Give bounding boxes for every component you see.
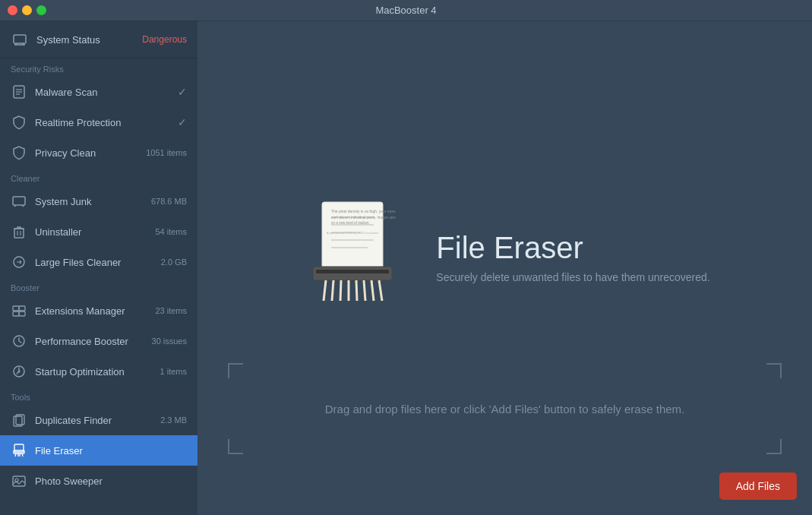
svg-line-46	[364, 280, 365, 301]
duplicates-finder-label: Duplicates Finder	[35, 415, 160, 426]
section-header-security-risks: Security Risks	[0, 58, 197, 77]
uninstaller-badge: 54 items	[155, 227, 187, 236]
photo-sweeper-label: Photo Sweeper	[35, 476, 187, 487]
section-header-tools: Tools	[0, 387, 197, 405]
feature-subtitle: Securely delete unwanted files to have t…	[436, 271, 709, 283]
extensions-manager-badge: 23 items	[155, 306, 187, 315]
file-eraser-illustration: The pixel density is so high, your eyes …	[299, 194, 406, 305]
svg-rect-11	[14, 229, 24, 238]
svg-text:can't discern individual pixel: can't discern individual pixels. Images …	[331, 216, 396, 220]
uninstaller-icon	[11, 223, 27, 240]
feature-title: File Eraser	[436, 231, 709, 265]
section-header-cleaner: Cleaner	[0, 168, 197, 186]
svg-line-48	[379, 280, 382, 301]
malware-scan-label: Malware Scan	[35, 87, 178, 98]
large-files-cleaner-badge: 2.0 GB	[161, 258, 187, 267]
svg-rect-8	[13, 197, 25, 205]
system-junk-icon	[11, 193, 27, 210]
svg-text:on a new level of realism.: on a new level of realism.	[331, 221, 370, 225]
startup-optimization-label: Startup Optimization	[35, 366, 160, 378]
file-eraser-label: File Eraser	[35, 445, 187, 457]
performance-booster-label: Performance Booster	[35, 336, 152, 347]
sidebar-item-photo-sweeper[interactable]: Photo Sweeper	[0, 466, 197, 496]
minimize-button[interactable]	[22, 5, 32, 15]
duplicates-finder-icon	[11, 412, 27, 428]
svg-rect-16	[13, 306, 19, 311]
close-button[interactable]	[8, 5, 17, 15]
svg-line-42	[332, 280, 333, 301]
svg-rect-40	[316, 270, 389, 273]
maximize-button[interactable]	[36, 5, 46, 15]
sidebar-item-privacy-clean[interactable]: Privacy Clean1051 items	[0, 137, 197, 168]
sidebar-item-extensions-manager[interactable]: Extensions Manager23 items	[0, 295, 197, 326]
svg-point-22	[18, 371, 21, 373]
feature-info: File Eraser Securely delete unwanted fil…	[436, 231, 709, 283]
duplicates-finder-badge: 2.3 MB	[160, 415, 187, 425]
malware-scan-checkmark: ✓	[178, 86, 187, 98]
svg-line-47	[371, 280, 374, 301]
svg-text:The pixel density is so high, : The pixel density is so high, your eyes	[331, 209, 396, 213]
title-bar: MacBooster 4	[0, 0, 812, 21]
svg-text:A spectacular 2560-by-1600 res: A spectacular 2560-by-1600 resolution	[327, 231, 378, 235]
window-controls	[8, 5, 46, 15]
privacy-clean-icon	[11, 144, 27, 161]
drop-zone-corners	[228, 363, 782, 454]
svg-rect-17	[19, 306, 25, 311]
sidebar-item-system-junk[interactable]: System Junk678.6 MB	[0, 186, 197, 216]
svg-line-41	[324, 280, 326, 301]
startup-optimization-badge: 1 items	[160, 367, 187, 376]
sidebar-item-large-files-cleaner[interactable]: Large Files Cleaner2.0 GB	[0, 247, 197, 277]
file-eraser-icon	[11, 442, 27, 459]
corner-tr	[766, 363, 782, 378]
sidebar-item-malware-scan[interactable]: Malware Scan✓	[0, 77, 197, 107]
drop-zone[interactable]: Drag and drop files here or click 'Add F…	[228, 363, 782, 454]
sidebar-item-performance-booster[interactable]: Performance Booster30 issues	[0, 326, 197, 356]
main-layout: System Status Dangerous Security RisksMa…	[0, 21, 812, 515]
system-junk-label: System Junk	[35, 196, 151, 207]
corner-tl	[228, 363, 243, 378]
svg-line-45	[356, 280, 357, 301]
privacy-clean-badge: 1051 items	[146, 148, 187, 157]
sidebar-item-uninstaller[interactable]: Uninstaller54 items	[0, 216, 197, 247]
photo-sweeper-icon	[11, 472, 27, 489]
performance-booster-icon	[11, 333, 27, 349]
realtime-protection-icon	[11, 114, 27, 131]
svg-line-43	[340, 280, 341, 301]
content-area[interactable]: The pixel density is so high, your eyes …	[197, 21, 812, 515]
extensions-manager-icon	[11, 302, 27, 319]
system-status-label: System Status	[36, 34, 142, 46]
uninstaller-label: Uninstaller	[35, 226, 155, 238]
large-files-cleaner-icon	[11, 254, 27, 270]
realtime-protection-label: Realtime Protection	[35, 117, 178, 128]
section-header-booster: Booster	[0, 277, 197, 295]
system-junk-badge: 678.6 MB	[151, 197, 187, 206]
corner-bl	[228, 439, 243, 454]
app-title: MacBooster 4	[375, 5, 436, 16]
malware-scan-icon	[11, 84, 27, 100]
extensions-manager-label: Extensions Manager	[35, 305, 155, 317]
realtime-protection-checkmark: ✓	[178, 116, 187, 128]
svg-rect-18	[13, 311, 19, 316]
svg-rect-0	[14, 35, 26, 43]
add-files-button[interactable]: Add Files	[719, 472, 797, 500]
sidebar-item-system-status[interactable]: System Status Dangerous	[0, 21, 197, 58]
sidebar-item-duplicates-finder[interactable]: Duplicates Finder2.3 MB	[0, 405, 197, 435]
performance-booster-badge: 30 issues	[152, 336, 187, 346]
sidebar-sections: Security RisksMalware Scan✓Realtime Prot…	[0, 58, 197, 496]
sidebar: System Status Dangerous Security RisksMa…	[0, 21, 197, 515]
svg-rect-19	[19, 311, 25, 316]
system-status-value: Dangerous	[142, 34, 187, 45]
privacy-clean-label: Privacy Clean	[35, 147, 146, 159]
sidebar-item-startup-optimization[interactable]: Startup Optimization1 items	[0, 356, 197, 387]
startup-optimization-icon	[11, 363, 27, 380]
sidebar-item-realtime-protection[interactable]: Realtime Protection✓	[0, 107, 197, 137]
svg-point-32	[15, 479, 18, 482]
sidebar-item-file-eraser[interactable]: File Eraser	[0, 435, 197, 466]
system-status-icon	[11, 30, 29, 49]
corner-br	[766, 439, 782, 454]
large-files-cleaner-label: Large Files Cleaner	[35, 257, 161, 268]
